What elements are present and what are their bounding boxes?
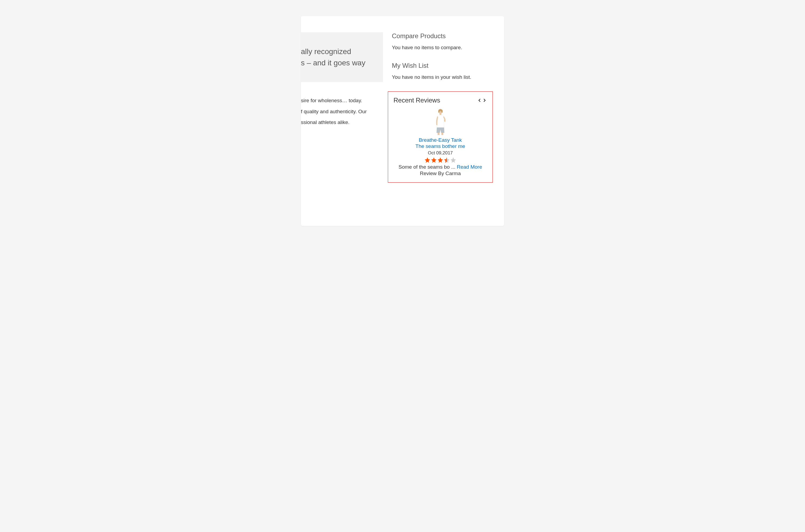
recent-reviews-header: Recent Reviews [394,97,487,104]
star-icon [431,157,437,163]
body-text: sire for wholeness… today. f quality and… [301,97,383,127]
compare-products-message: You have no items to compare. [392,45,493,51]
svg-rect-1 [439,113,441,115]
review-snippet-text: Some of the seams bo ... [399,164,457,170]
hero-block: ally recognized s – and it goes way [301,32,383,82]
compare-products-heading: Compare Products [392,32,493,40]
content-card: ally recognized s – and it goes way sire… [301,16,504,226]
star-icon [424,157,431,163]
wishlist-message: You have no items in your wish list. [392,74,493,80]
svg-rect-3 [441,133,443,135]
recent-reviews-widget: Recent Reviews [388,92,493,183]
review-rating-stars [394,157,487,163]
chevron-left-icon[interactable] [477,97,482,103]
wishlist-heading: My Wish List [392,62,493,70]
recent-reviews-heading: Recent Reviews [394,97,440,104]
hero-text-line1: ally recognized [301,46,380,57]
star-empty-icon [450,157,456,163]
hero-text-line2: s – and it goes way [301,57,380,69]
right-sidebar: Compare Products You have no items to co… [392,32,493,183]
wishlist-section: My Wish List You have no items in your w… [392,62,493,80]
review-product-link[interactable]: Breathe-Easy Tank [394,137,487,143]
read-more-link[interactable]: Read More [457,164,482,170]
review-date: Oct 09,2017 [394,150,487,156]
review-title-link[interactable]: The seams bother me [394,144,487,149]
review-snippet: Some of the seams bo ... Read More [394,164,487,170]
body-para-2: f quality and authenticity. Our [301,108,379,116]
chevron-right-icon[interactable] [482,97,487,103]
star-icon [437,157,443,163]
body-para-3: ssional athletes alike. [301,119,379,127]
product-image[interactable] [431,108,451,135]
body-para-1: sire for wholeness… today. [301,97,379,104]
recent-reviews-nav [477,97,487,103]
review-item: Breathe-Easy Tank The seams bother me Oc… [394,108,487,176]
star-half-icon [443,157,450,163]
left-panel: ally recognized s – and it goes way sire… [301,32,383,130]
review-author: Review By Carma [394,171,487,176]
compare-products-section: Compare Products You have no items to co… [392,32,493,51]
svg-rect-2 [438,133,439,135]
